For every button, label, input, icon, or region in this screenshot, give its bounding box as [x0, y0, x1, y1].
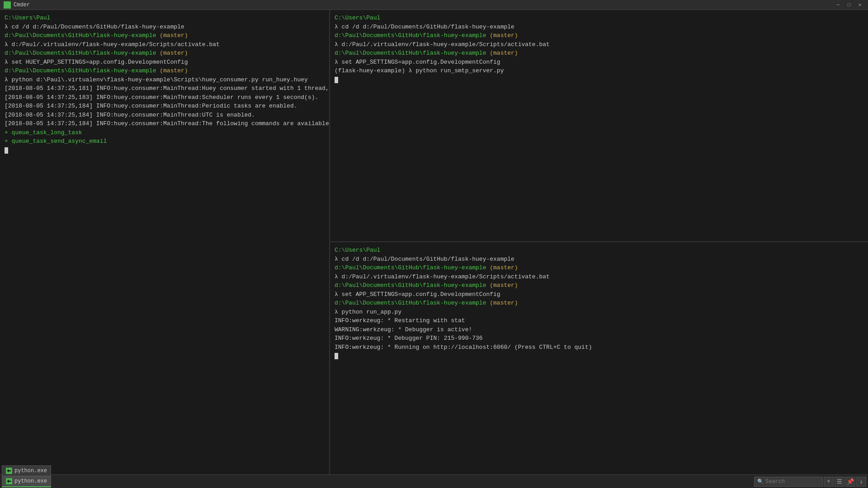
terminal-line: [335, 75, 863, 84]
terminal-pane-right: C:\Users\Paulλ cd /d d:/Paul/Documents/G…: [330, 10, 868, 474]
app-icon: [4, 1, 11, 9]
terminal-cursor: [335, 353, 338, 359]
taskbar-item-label-1: python.exe: [14, 478, 47, 484]
terminal-line: C:\Users\Paul: [335, 14, 863, 23]
terminal-line: λ d:/Paul/.virtualenv/flask-huey-example…: [5, 40, 325, 49]
terminal-line: [2018-08-05 14:37:25,184] INFO:huey.cons…: [5, 119, 325, 128]
terminal-pane-right-bottom[interactable]: C:\Users\Paulλ cd /d d:/Paul/Documents/G…: [330, 242, 868, 474]
svg-marker-1: [7, 469, 11, 473]
terminal-line: INFO:werkzeug: * Debugger PIN: 215-990-7…: [335, 334, 863, 343]
terminal-line: λ d:/Paul/.virtualenv/flask-huey-example…: [335, 272, 863, 282]
terminal-line: d:\Paul\Documents\GitHub\flask-huey-exam…: [335, 281, 863, 290]
terminal-pane-left[interactable]: C:\Users\Paulλ cd /d d:/Paul/Documents/G…: [0, 10, 330, 474]
taskbar-item-icon-0: [6, 468, 12, 474]
terminal-line: (flask-huey-example) λ python run_smtp_s…: [335, 66, 863, 75]
terminal-line: λ set APP_SETTINGS=app.config.Developmen…: [335, 290, 863, 299]
terminal-line: [335, 352, 863, 361]
titlebar-controls: ─ □ ✕: [834, 1, 864, 9]
pin-button[interactable]: 📌: [845, 477, 855, 487]
window-title: Cmder: [14, 2, 30, 8]
terminal-cursor: [335, 77, 338, 83]
left-terminal-output: C:\Users\Paulλ cd /d d:/Paul/Documents/G…: [5, 14, 325, 155]
terminal-line: λ set APP_SETTINGS=app.config.Developmen…: [335, 58, 863, 67]
terminal-line: λ d:/Paul/.virtualenv/flask-huey-example…: [335, 40, 863, 49]
svg-marker-2: [7, 479, 11, 483]
taskbar-item-1[interactable]: python.exe: [2, 476, 51, 487]
terminal-line: d:\Paul\Documents\GitHub\flask-huey-exam…: [5, 31, 325, 40]
terminal-line: [2018-08-05 14:37:25,184] INFO:huey.cons…: [5, 102, 325, 111]
search-icon: 🔍: [757, 479, 764, 484]
terminal-line: λ cd /d d:/Paul/Documents/GitHub/flask-h…: [335, 23, 863, 32]
terminal-line: [2018-08-05 14:37:25,181] INFO:huey.cons…: [5, 84, 325, 93]
main-content: C:\Users\Paulλ cd /d d:/Paul/Documents/G…: [0, 10, 868, 474]
terminal-line: λ set HUEY_APP_SETTINGS=app.config.Devel…: [5, 58, 325, 67]
terminal-cursor: [5, 147, 8, 154]
right-top-terminal-output: C:\Users\Paulλ cd /d d:/Paul/Documents/G…: [335, 14, 863, 84]
titlebar-left: Cmder: [4, 1, 30, 9]
terminal-line: d:\Paul\Documents\GitHub\flask-huey-exam…: [335, 49, 863, 58]
minimize-all-button[interactable]: ⇓: [856, 477, 866, 487]
minimize-button[interactable]: ─: [834, 1, 843, 9]
terminal-line: d:\Paul\Documents\GitHub\flask-huey-exam…: [335, 299, 863, 308]
terminal-line: [2018-08-05 14:37:25,183] INFO:huey.cons…: [5, 93, 325, 102]
terminal-line: C:\Users\Paul: [5, 14, 325, 23]
terminal-line: λ cd /d d:/Paul/Documents/GitHub/flask-h…: [335, 255, 863, 264]
terminal-line: λ python d:\Paul\.virtualenv\flask-huey-…: [5, 75, 325, 84]
terminal-line: λ cd /d d:/Paul/Documents/GitHub/flask-h…: [5, 23, 325, 32]
taskbar-item-0[interactable]: python.exe: [2, 465, 51, 476]
terminal-line: + queue_task_long_task: [5, 128, 325, 137]
titlebar: Cmder ─ □ ✕: [0, 0, 868, 10]
terminal-line: [5, 146, 325, 155]
search-input[interactable]: [765, 479, 820, 485]
terminal-line: d:\Paul\Documents\GitHub\flask-huey-exam…: [335, 31, 863, 40]
terminal-line: d:\Paul\Documents\GitHub\flask-huey-exam…: [335, 263, 863, 272]
right-bottom-terminal-output: C:\Users\Paulλ cd /d d:/Paul/Documents/G…: [335, 246, 863, 361]
svg-marker-0: [5, 3, 9, 7]
settings-button[interactable]: ☰: [835, 477, 844, 487]
terminal-line: d:\Paul\Documents\GitHub\flask-huey-exam…: [5, 66, 325, 75]
terminal-line: C:\Users\Paul: [335, 246, 863, 255]
terminal-line: + queue_task_send_async_email: [5, 137, 325, 146]
close-button[interactable]: ✕: [855, 1, 864, 9]
taskbar-item-label-0: python.exe: [14, 468, 47, 474]
taskbar-item-icon-1: [6, 478, 12, 484]
terminal-line: d:\Paul\Documents\GitHub\flask-huey-exam…: [5, 49, 325, 58]
new-tab-button[interactable]: +: [824, 477, 834, 487]
terminal-line: INFO:werkzeug: * Restarting with stat: [335, 316, 863, 325]
taskbar: python.exepython.exepython.exe 🔍 + ☰ 📌 ⇓: [0, 474, 868, 488]
search-box: 🔍: [754, 477, 823, 487]
terminal-line: [2018-08-05 14:37:25,184] INFO:huey.cons…: [5, 111, 325, 120]
terminal-line: λ python run_app.py: [335, 308, 863, 317]
taskbar-items: python.exepython.exepython.exe: [2, 465, 51, 488]
terminal-pane-right-top[interactable]: C:\Users\Paulλ cd /d d:/Paul/Documents/G…: [330, 10, 868, 242]
terminal-line: INFO:werkzeug: * Running on http://local…: [335, 343, 863, 352]
maximize-button[interactable]: □: [844, 1, 854, 9]
terminal-line: WARNING:werkzeug: * Debugger is active!: [335, 325, 863, 334]
